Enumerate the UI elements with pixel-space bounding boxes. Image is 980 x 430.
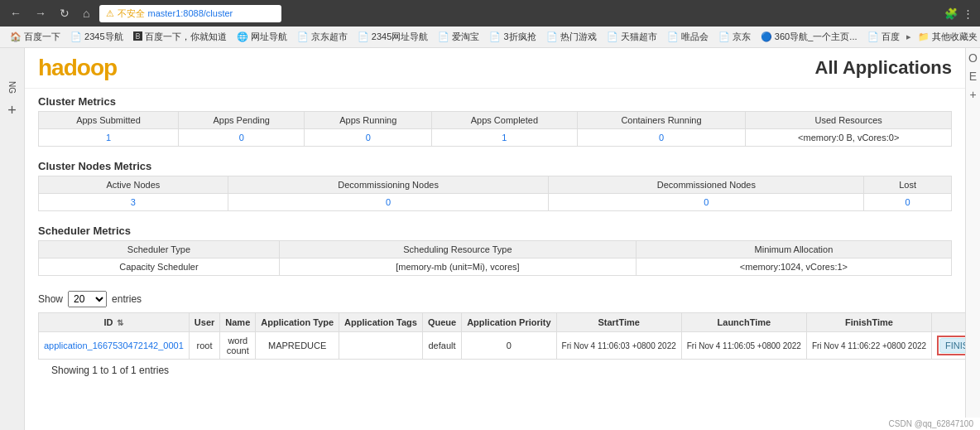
id-sort-icon: ⇅ bbox=[117, 318, 123, 327]
val-scheduling-resource: [memory-mb (unit=Mi), vcores] bbox=[279, 258, 636, 276]
col-user[interactable]: User bbox=[189, 313, 219, 332]
cell-state: FINISHED SUCCEEDED bbox=[932, 332, 965, 360]
scheduler-metrics-title: Scheduler Metrics bbox=[38, 221, 952, 240]
logo-text: hadoop bbox=[38, 55, 117, 80]
col-apps-running: Apps Running bbox=[305, 112, 432, 129]
bookmark-2345[interactable]: 📄 2345导航 bbox=[67, 30, 127, 44]
scheduler-metrics-table: Scheduler Type Scheduling Resource Type … bbox=[38, 240, 952, 276]
bookmark-2345url[interactable]: 📄 2345网址导航 bbox=[354, 30, 432, 44]
val-apps-running[interactable]: 0 bbox=[305, 129, 432, 147]
nav-home-button[interactable]: ⌂ bbox=[79, 5, 93, 22]
bookmark-jd2[interactable]: 📄 京东 bbox=[715, 30, 754, 44]
col-id[interactable]: ID ⇅ bbox=[39, 313, 190, 332]
val-active-nodes[interactable]: 3 bbox=[39, 194, 228, 211]
main-content: NG + hadoop All Applications Cluster Met… bbox=[0, 48, 980, 430]
val-containers-running[interactable]: 0 bbox=[577, 129, 746, 147]
cluster-metrics-row: 1 0 0 1 0 <memory:0 B, vCores:0> bbox=[39, 129, 952, 147]
cluster-metrics-table: Apps Submitted Apps Pending Apps Running… bbox=[38, 111, 952, 147]
col-app-priority[interactable]: Application Priority bbox=[462, 313, 556, 332]
bookmark-sale[interactable]: 📄 3折疯抢 bbox=[486, 30, 539, 44]
cluster-nodes-section: Cluster Nodes Metrics Active Nodes Decom… bbox=[25, 153, 965, 218]
val-apps-submitted[interactable]: 1 bbox=[39, 129, 179, 147]
cell-app-id[interactable]: application_1667530472142_0001 bbox=[39, 332, 190, 360]
col-lost: Lost bbox=[864, 176, 952, 194]
bookmark-nav[interactable]: 🌐 网址导航 bbox=[233, 30, 291, 44]
cell-launch-time: Fri Nov 4 11:06:05 +0800 2022 bbox=[681, 332, 806, 360]
col-queue[interactable]: Queue bbox=[422, 313, 461, 332]
sidebar-icon-2[interactable]: E bbox=[969, 70, 977, 83]
sidebar-icon-1[interactable]: O bbox=[968, 51, 978, 65]
table-row: application_1667530472142_0001 root word… bbox=[39, 332, 966, 360]
bookmarks-more-button[interactable]: ▸ bbox=[906, 31, 911, 42]
bookmark-baiду[interactable]: 🏠 百度一下 bbox=[7, 30, 64, 44]
col-state[interactable]: State bbox=[932, 313, 965, 332]
col-used-resources: Used Resources bbox=[746, 112, 952, 129]
nav-label-ng: NG bbox=[7, 81, 17, 94]
cell-app-type: MAPREDUCE bbox=[256, 332, 339, 360]
bookmark-vip[interactable]: 📄 唯品会 bbox=[664, 30, 712, 44]
cell-queue: default bbox=[422, 332, 461, 360]
bookmark-tmall[interactable]: 📄 天猫超市 bbox=[603, 30, 661, 44]
bookmark-taobao[interactable]: 📄 爱淘宝 bbox=[435, 30, 483, 44]
bookmark-baidu-know[interactable]: 🅱 百度一下，你就知道 bbox=[130, 30, 230, 44]
nav-back-button[interactable]: ← bbox=[7, 5, 25, 22]
bookmark-360[interactable]: 🔵 360导航_一个主页... bbox=[757, 30, 861, 44]
cell-finish-time: Fri Nov 4 11:06:22 +0800 2022 bbox=[806, 332, 931, 360]
val-apps-completed[interactable]: 1 bbox=[432, 129, 577, 147]
col-app-tags[interactable]: Application Tags bbox=[339, 313, 423, 332]
col-start-time[interactable]: StartTime bbox=[556, 313, 681, 332]
cluster-nodes-row: 3 0 0 0 bbox=[39, 194, 952, 211]
browser-bar: ← → ↻ ⌂ ⚠ 不安全 master1:8088/cluster 🧩 ⋮ bbox=[0, 0, 980, 27]
sidebar-icon-plus[interactable]: + bbox=[969, 88, 976, 101]
extensions-icon: 🧩 bbox=[944, 7, 958, 20]
col-name[interactable]: Name bbox=[220, 313, 256, 332]
col-launch-time[interactable]: LaunchTime bbox=[681, 313, 806, 332]
cell-app-tags bbox=[339, 332, 423, 360]
val-decommissioning[interactable]: 0 bbox=[228, 194, 549, 211]
col-finish-time[interactable]: FinishTime bbox=[806, 313, 931, 332]
page-title: All Applications bbox=[815, 57, 952, 79]
page-header: hadoop All Applications bbox=[25, 48, 965, 89]
col-min-allocation: Minimum Allocation bbox=[636, 241, 951, 258]
col-scheduling-resource: Scheduling Resource Type bbox=[279, 241, 636, 258]
nav-forward-button[interactable]: → bbox=[31, 5, 50, 22]
apps-table-header-row: ID ⇅ User Name Application Type Applicat… bbox=[39, 313, 966, 332]
content-area: hadoop All Applications Cluster Metrics … bbox=[25, 48, 965, 430]
entries-select[interactable]: 20 50 100 bbox=[68, 291, 107, 307]
show-label: Show bbox=[38, 293, 63, 305]
bookmarks-bar: 🏠 百度一下 📄 2345导航 🅱 百度一下，你就知道 🌐 网址导航 📄 京东超… bbox=[0, 27, 980, 48]
left-nav-panel: NG + bbox=[0, 48, 25, 430]
cluster-nodes-table: Active Nodes Decommissioning Nodes Decom… bbox=[38, 176, 952, 211]
bookmark-baidu2[interactable]: 📄 百度 bbox=[864, 30, 903, 44]
nav-expand-icon[interactable]: + bbox=[7, 102, 17, 119]
val-lost[interactable]: 0 bbox=[864, 194, 952, 211]
col-containers-running: Containers Running bbox=[577, 112, 746, 129]
nav-refresh-button[interactable]: ↻ bbox=[56, 5, 73, 22]
col-scheduler-type: Scheduler Type bbox=[39, 241, 280, 258]
bookmark-games[interactable]: 📄 热门游戏 bbox=[543, 30, 600, 44]
menu-icon[interactable]: ⋮ bbox=[963, 7, 973, 20]
cell-start-time: Fri Nov 4 11:06:03 +0800 2022 bbox=[556, 332, 681, 360]
col-active-nodes: Active Nodes bbox=[39, 176, 228, 194]
col-apps-submitted: Apps Submitted bbox=[39, 112, 179, 129]
state-badge: FINISHED bbox=[939, 338, 965, 353]
val-scheduler-type: Capacity Scheduler bbox=[39, 258, 280, 276]
scheduler-metrics-row: Capacity Scheduler [memory-mb (unit=Mi),… bbox=[39, 258, 952, 276]
url-bar[interactable]: ⚠ 不安全 master1:8088/cluster bbox=[99, 5, 281, 22]
bookmark-folder[interactable]: 📁 其他收藏夹 bbox=[915, 30, 980, 44]
state-highlight-border: FINISHED SUCCEEDED bbox=[937, 336, 965, 355]
show-entries-section: Show 20 50 100 entries ID ⇅ User bbox=[25, 283, 965, 388]
bookmark-jd[interactable]: 📄 京东超市 bbox=[294, 30, 351, 44]
val-min-allocation: <memory:1024, vCores:1> bbox=[636, 258, 951, 276]
applications-table: ID ⇅ User Name Application Type Applicat… bbox=[38, 312, 965, 360]
col-decommissioning: Decommissioning Nodes bbox=[228, 176, 549, 194]
security-warning-icon: ⚠ 不安全 bbox=[106, 7, 144, 20]
cell-user: root bbox=[189, 332, 219, 360]
val-decommissioned[interactable]: 0 bbox=[549, 194, 864, 211]
col-app-type[interactable]: Application Type bbox=[256, 313, 339, 332]
hadoop-logo: hadoop bbox=[38, 55, 117, 81]
val-apps-pending[interactable]: 0 bbox=[178, 129, 305, 147]
url-text: master1:8088/cluster bbox=[148, 8, 233, 18]
footer-text: CSDN @qq_62847100 bbox=[889, 419, 973, 428]
cell-name: word count bbox=[220, 332, 256, 360]
